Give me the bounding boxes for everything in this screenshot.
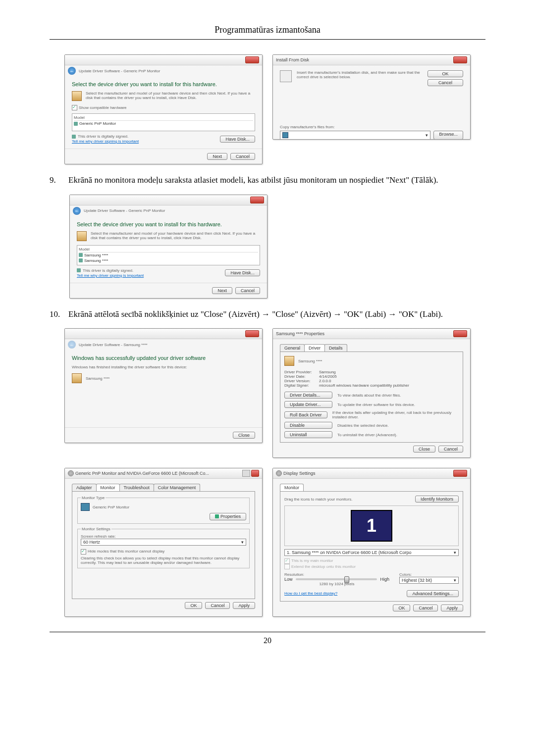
- main-monitor-checkbox: [284, 558, 290, 564]
- browse-button[interactable]: Browse...: [433, 131, 463, 140]
- dialog-title: Install From Disk: [276, 57, 309, 62]
- close-icon[interactable]: [453, 470, 467, 477]
- update-driver-wizard-2: ← Update Driver Software - Generic PnP M…: [69, 195, 268, 299]
- model-listbox[interactable]: Model Generic PnP Monitor: [72, 113, 255, 131]
- monitor-preview-icon[interactable]: 1: [351, 510, 392, 542]
- cancel-button[interactable]: Cancel: [205, 602, 230, 609]
- signer-label: Digital Signer:: [284, 383, 319, 388]
- close-button[interactable]: Close: [413, 446, 435, 453]
- have-disk-button[interactable]: Have Disk...: [225, 269, 260, 276]
- properties-button[interactable]: Properties: [210, 513, 246, 520]
- next-button[interactable]: Next: [212, 287, 232, 294]
- tab-troubleshoot[interactable]: Troubleshoot: [119, 484, 154, 491]
- show-compat-label: Show compatible hardware: [79, 105, 127, 110]
- dialog-title: Generic PnP Monitor and NVIDIA GeForce 6…: [75, 471, 209, 476]
- cancel-button[interactable]: Cancel: [438, 446, 463, 453]
- chevron-down-icon[interactable]: ▾: [241, 540, 244, 545]
- shield-icon: [215, 514, 219, 518]
- apply-button[interactable]: Apply: [441, 605, 463, 611]
- drag-label: Drag the icons to match your monitors.: [284, 497, 352, 502]
- ok-button[interactable]: OK: [393, 605, 410, 611]
- header-rule: [50, 39, 485, 40]
- monitor-icon: [81, 503, 90, 511]
- close-icon[interactable]: [453, 56, 467, 63]
- apply-button[interactable]: Apply: [233, 602, 255, 609]
- list-item[interactable]: Samsung ****: [79, 252, 258, 258]
- close-button[interactable]: Close: [233, 432, 255, 439]
- list-item[interactable]: Samsung ****: [79, 258, 258, 263]
- tab-color-management[interactable]: Color Management: [154, 484, 201, 491]
- tab-details[interactable]: Details: [324, 344, 347, 352]
- display-settings-dialog: Display Settings Monitor Drag the icons …: [272, 468, 471, 616]
- close-icon[interactable]: [251, 470, 259, 477]
- install-msg: Insert the manufacturer's installation d…: [297, 70, 423, 86]
- monitor-type-label: Monitor Type: [81, 496, 106, 500]
- chevron-down-icon[interactable]: ▾: [454, 578, 456, 583]
- minimize-icon[interactable]: [242, 470, 250, 477]
- cancel-button[interactable]: Cancel: [428, 79, 463, 86]
- identify-monitors-button[interactable]: Identify Monitors: [415, 496, 459, 503]
- best-display-link[interactable]: How do I get the best display?: [284, 591, 337, 596]
- close-icon[interactable]: [245, 330, 259, 337]
- uninstall-button[interactable]: Uninstall: [284, 431, 332, 438]
- resolution-slider[interactable]: Low High: [284, 577, 389, 582]
- back-arrow-icon[interactable]: ←: [73, 207, 81, 215]
- tab-driver[interactable]: Driver: [304, 344, 325, 352]
- shield-icon: [72, 135, 76, 139]
- refresh-rate-combo[interactable]: 60 Hertz▾: [81, 539, 246, 546]
- chevron-down-icon[interactable]: ▾: [426, 133, 428, 138]
- back-arrow-icon[interactable]: ←: [68, 67, 76, 75]
- update-driver-wizard-success: ← Update Driver Software - Samsung **** …: [64, 328, 263, 443]
- extend-desktop-label: Extend the desktop onto this monitor: [291, 564, 356, 569]
- tab-general[interactable]: General: [280, 344, 305, 352]
- step-text: Ekrānā no monitora modeļu saraksta atlas…: [68, 174, 485, 187]
- have-disk-button[interactable]: Have Disk...: [220, 136, 255, 143]
- driver-details-text: To view details about the driver files.: [337, 393, 401, 398]
- tab-adapter[interactable]: Adapter: [72, 484, 97, 491]
- model-listbox[interactable]: Model Samsung **** Samsung ****: [77, 245, 260, 265]
- tab-monitor[interactable]: Monitor: [96, 484, 120, 491]
- adapter-properties-dialog: Generic PnP Monitor and NVIDIA GeForce 6…: [64, 468, 263, 616]
- disable-button[interactable]: Disable: [284, 422, 332, 429]
- low-label: Low: [284, 577, 293, 582]
- close-icon[interactable]: [245, 56, 259, 63]
- hide-modes-desc: Clearing this check box allows you to se…: [81, 556, 246, 565]
- breadcrumb: Update Driver Software - Generic PnP Mon…: [79, 69, 160, 73]
- step-number: 9.: [50, 174, 61, 187]
- update-driver-button[interactable]: Update Driver...: [284, 401, 332, 408]
- display-device-combo[interactable]: 1. Samsung **** on NVIDIA GeForce 6600 L…: [284, 549, 459, 556]
- back-arrow-icon: ←: [68, 341, 76, 349]
- next-button[interactable]: Next: [207, 153, 227, 160]
- cancel-button[interactable]: Cancel: [230, 153, 255, 160]
- hide-modes-checkbox[interactable]: [81, 549, 86, 554]
- signed-label: This driver is digitally signed.: [83, 268, 133, 273]
- resolution-value: 1280 by 1024 pixels: [284, 582, 389, 586]
- list-item[interactable]: Generic PnP Monitor: [74, 121, 253, 126]
- colors-combo[interactable]: Highest (32 bit)▾: [399, 577, 459, 584]
- driver-icon: [72, 373, 82, 383]
- page-number: 20: [50, 636, 485, 645]
- close-icon[interactable]: [453, 330, 467, 337]
- signing-link[interactable]: Tell me why driver signing is important: [72, 139, 139, 144]
- drive-icon: [282, 132, 288, 138]
- tab-monitor[interactable]: Monitor: [280, 484, 304, 491]
- rollback-button[interactable]: Roll Back Driver: [284, 411, 327, 418]
- ok-button[interactable]: OK: [185, 602, 202, 609]
- cancel-button[interactable]: Cancel: [235, 287, 260, 294]
- signing-link[interactable]: Tell me why driver signing is important: [77, 273, 144, 278]
- show-compat-checkbox[interactable]: [72, 105, 77, 110]
- close-icon[interactable]: [250, 197, 264, 203]
- date-label: Driver Date:: [284, 374, 319, 379]
- driver-icon: [72, 91, 82, 101]
- cancel-button[interactable]: Cancel: [413, 605, 438, 611]
- shield-icon: [77, 268, 81, 272]
- extend-desktop-checkbox: [284, 564, 290, 569]
- driver-details-button[interactable]: Driver Details...: [284, 392, 332, 399]
- breadcrumb: Update Driver Software - Generic PnP Mon…: [84, 208, 165, 213]
- chevron-down-icon[interactable]: ▾: [454, 550, 456, 555]
- signer-value: microsoft windows hardware compatibility…: [319, 383, 409, 388]
- ok-button[interactable]: OK: [428, 70, 463, 77]
- advanced-settings-button[interactable]: Advanced Settings...: [407, 590, 459, 597]
- version-label: Driver Version:: [284, 379, 319, 383]
- gear-icon: [68, 470, 74, 476]
